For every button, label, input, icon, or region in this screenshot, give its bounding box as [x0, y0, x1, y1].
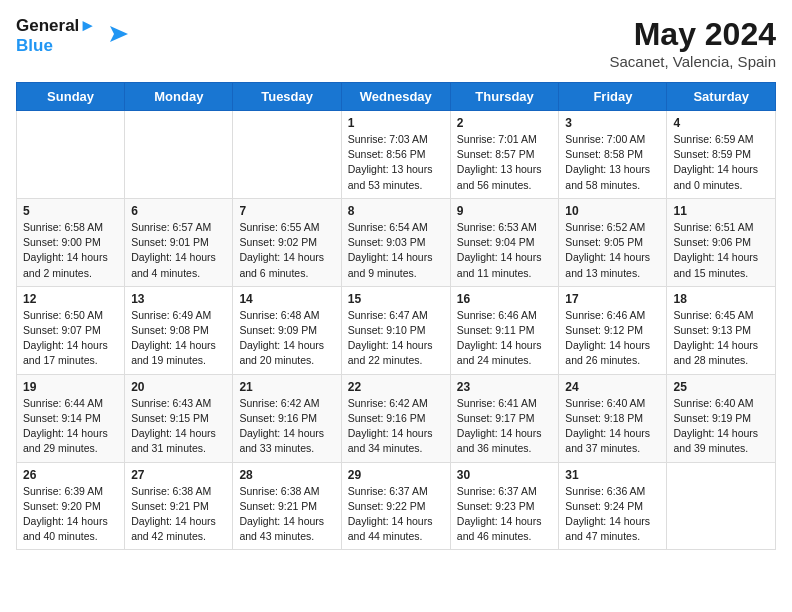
daylight-label: Daylight: 14 hours and 22 minutes.: [348, 339, 433, 366]
day-info: Sunrise: 6:50 AM Sunset: 9:07 PM Dayligh…: [23, 308, 118, 369]
daylight-label: Daylight: 14 hours and 6 minutes.: [239, 251, 324, 278]
sunrise-label: Sunrise: 6:46 AM: [457, 309, 537, 321]
weekday-header-wednesday: Wednesday: [341, 83, 450, 111]
calendar-cell: 4 Sunrise: 6:59 AM Sunset: 8:59 PM Dayli…: [667, 111, 776, 199]
calendar-cell: 17 Sunrise: 6:46 AM Sunset: 9:12 PM Dayl…: [559, 286, 667, 374]
sunrise-label: Sunrise: 6:36 AM: [565, 485, 645, 497]
logo-icon: [100, 18, 132, 50]
sunrise-label: Sunrise: 6:40 AM: [673, 397, 753, 409]
sunset-label: Sunset: 9:17 PM: [457, 412, 535, 424]
day-info: Sunrise: 6:43 AM Sunset: 9:15 PM Dayligh…: [131, 396, 226, 457]
calendar-cell: 22 Sunrise: 6:42 AM Sunset: 9:16 PM Dayl…: [341, 374, 450, 462]
month-title: May 2024: [609, 16, 776, 53]
sunset-label: Sunset: 9:16 PM: [348, 412, 426, 424]
sunrise-label: Sunrise: 6:49 AM: [131, 309, 211, 321]
sunrise-label: Sunrise: 7:01 AM: [457, 133, 537, 145]
daylight-label: Daylight: 14 hours and 39 minutes.: [673, 427, 758, 454]
day-number: 31: [565, 468, 660, 482]
weekday-header-tuesday: Tuesday: [233, 83, 341, 111]
day-info: Sunrise: 6:54 AM Sunset: 9:03 PM Dayligh…: [348, 220, 444, 281]
day-number: 29: [348, 468, 444, 482]
day-number: 28: [239, 468, 334, 482]
day-info: Sunrise: 6:48 AM Sunset: 9:09 PM Dayligh…: [239, 308, 334, 369]
day-number: 27: [131, 468, 226, 482]
page-header: General► Blue May 2024 Sacanet, Valencia…: [16, 16, 776, 70]
daylight-label: Daylight: 14 hours and 26 minutes.: [565, 339, 650, 366]
calendar-cell: 19 Sunrise: 6:44 AM Sunset: 9:14 PM Dayl…: [17, 374, 125, 462]
sunrise-label: Sunrise: 7:00 AM: [565, 133, 645, 145]
daylight-label: Daylight: 14 hours and 15 minutes.: [673, 251, 758, 278]
calendar-cell: 25 Sunrise: 6:40 AM Sunset: 9:19 PM Dayl…: [667, 374, 776, 462]
daylight-label: Daylight: 14 hours and 24 minutes.: [457, 339, 542, 366]
sunset-label: Sunset: 9:00 PM: [23, 236, 101, 248]
day-info: Sunrise: 6:42 AM Sunset: 9:16 PM Dayligh…: [239, 396, 334, 457]
daylight-label: Daylight: 14 hours and 9 minutes.: [348, 251, 433, 278]
daylight-label: Daylight: 13 hours and 53 minutes.: [348, 163, 433, 190]
calendar-cell: 8 Sunrise: 6:54 AM Sunset: 9:03 PM Dayli…: [341, 198, 450, 286]
daylight-label: Daylight: 14 hours and 13 minutes.: [565, 251, 650, 278]
calendar-cell: [667, 462, 776, 550]
logo: General► Blue: [16, 16, 132, 55]
daylight-label: Daylight: 14 hours and 19 minutes.: [131, 339, 216, 366]
day-number: 14: [239, 292, 334, 306]
sunset-label: Sunset: 8:58 PM: [565, 148, 643, 160]
calendar-week-row: 26 Sunrise: 6:39 AM Sunset: 9:20 PM Dayl…: [17, 462, 776, 550]
calendar-cell: 18 Sunrise: 6:45 AM Sunset: 9:13 PM Dayl…: [667, 286, 776, 374]
location: Sacanet, Valencia, Spain: [609, 53, 776, 70]
day-number: 23: [457, 380, 553, 394]
sunset-label: Sunset: 9:11 PM: [457, 324, 535, 336]
calendar-cell: 7 Sunrise: 6:55 AM Sunset: 9:02 PM Dayli…: [233, 198, 341, 286]
calendar-cell: [125, 111, 233, 199]
daylight-label: Daylight: 14 hours and 0 minutes.: [673, 163, 758, 190]
daylight-label: Daylight: 14 hours and 28 minutes.: [673, 339, 758, 366]
weekday-header-thursday: Thursday: [450, 83, 559, 111]
title-block: May 2024 Sacanet, Valencia, Spain: [609, 16, 776, 70]
daylight-label: Daylight: 14 hours and 37 minutes.: [565, 427, 650, 454]
day-number: 19: [23, 380, 118, 394]
daylight-label: Daylight: 14 hours and 4 minutes.: [131, 251, 216, 278]
sunrise-label: Sunrise: 6:51 AM: [673, 221, 753, 233]
sunrise-label: Sunrise: 6:46 AM: [565, 309, 645, 321]
weekday-header-monday: Monday: [125, 83, 233, 111]
calendar-cell: 26 Sunrise: 6:39 AM Sunset: 9:20 PM Dayl…: [17, 462, 125, 550]
sunrise-label: Sunrise: 6:58 AM: [23, 221, 103, 233]
sunset-label: Sunset: 9:02 PM: [239, 236, 317, 248]
day-info: Sunrise: 6:40 AM Sunset: 9:18 PM Dayligh…: [565, 396, 660, 457]
sunset-label: Sunset: 9:18 PM: [565, 412, 643, 424]
sunrise-label: Sunrise: 6:43 AM: [131, 397, 211, 409]
day-number: 1: [348, 116, 444, 130]
day-info: Sunrise: 6:55 AM Sunset: 9:02 PM Dayligh…: [239, 220, 334, 281]
sunset-label: Sunset: 9:10 PM: [348, 324, 426, 336]
day-number: 8: [348, 204, 444, 218]
day-number: 25: [673, 380, 769, 394]
sunrise-label: Sunrise: 6:45 AM: [673, 309, 753, 321]
day-info: Sunrise: 6:58 AM Sunset: 9:00 PM Dayligh…: [23, 220, 118, 281]
calendar-cell: 3 Sunrise: 7:00 AM Sunset: 8:58 PM Dayli…: [559, 111, 667, 199]
calendar-cell: 29 Sunrise: 6:37 AM Sunset: 9:22 PM Dayl…: [341, 462, 450, 550]
day-info: Sunrise: 6:59 AM Sunset: 8:59 PM Dayligh…: [673, 132, 769, 193]
sunset-label: Sunset: 9:19 PM: [673, 412, 751, 424]
day-info: Sunrise: 6:45 AM Sunset: 9:13 PM Dayligh…: [673, 308, 769, 369]
sunset-label: Sunset: 9:13 PM: [673, 324, 751, 336]
day-number: 13: [131, 292, 226, 306]
sunrise-label: Sunrise: 6:52 AM: [565, 221, 645, 233]
day-info: Sunrise: 6:39 AM Sunset: 9:20 PM Dayligh…: [23, 484, 118, 545]
calendar-cell: 23 Sunrise: 6:41 AM Sunset: 9:17 PM Dayl…: [450, 374, 559, 462]
calendar-cell: 14 Sunrise: 6:48 AM Sunset: 9:09 PM Dayl…: [233, 286, 341, 374]
calendar-cell: 11 Sunrise: 6:51 AM Sunset: 9:06 PM Dayl…: [667, 198, 776, 286]
calendar-cell: [17, 111, 125, 199]
sunset-label: Sunset: 9:05 PM: [565, 236, 643, 248]
sunset-label: Sunset: 9:21 PM: [239, 500, 317, 512]
day-number: 26: [23, 468, 118, 482]
sunrise-label: Sunrise: 7:03 AM: [348, 133, 428, 145]
day-number: 12: [23, 292, 118, 306]
daylight-label: Daylight: 14 hours and 36 minutes.: [457, 427, 542, 454]
calendar-week-row: 19 Sunrise: 6:44 AM Sunset: 9:14 PM Dayl…: [17, 374, 776, 462]
calendar-cell: 20 Sunrise: 6:43 AM Sunset: 9:15 PM Dayl…: [125, 374, 233, 462]
sunrise-label: Sunrise: 6:38 AM: [239, 485, 319, 497]
calendar-week-row: 5 Sunrise: 6:58 AM Sunset: 9:00 PM Dayli…: [17, 198, 776, 286]
daylight-label: Daylight: 14 hours and 33 minutes.: [239, 427, 324, 454]
day-number: 3: [565, 116, 660, 130]
day-info: Sunrise: 6:53 AM Sunset: 9:04 PM Dayligh…: [457, 220, 553, 281]
sunset-label: Sunset: 9:04 PM: [457, 236, 535, 248]
